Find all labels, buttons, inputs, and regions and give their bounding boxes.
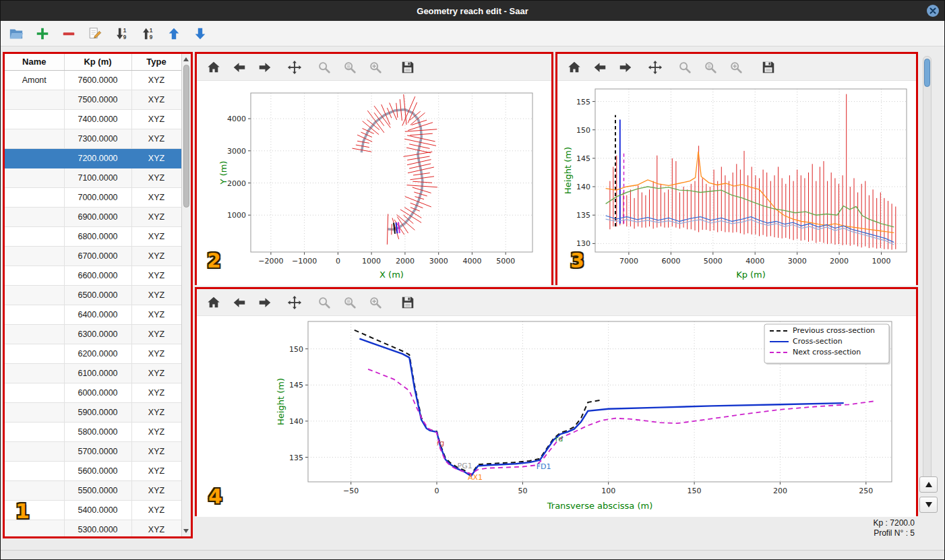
column-header-type: Type — [131, 54, 181, 70]
customize-button[interactable] — [365, 57, 386, 77]
svg-text:250: 250 — [859, 487, 873, 495]
subplots-button[interactable] — [340, 57, 360, 77]
save-button[interactable] — [758, 57, 779, 77]
table-cell: 6900.0000 — [64, 207, 131, 226]
home-button[interactable] — [204, 292, 224, 313]
move-up-button[interactable] — [165, 25, 183, 42]
table-cell: XYZ — [131, 187, 181, 207]
back-button[interactable] — [229, 57, 249, 77]
table-cell: XYZ — [131, 305, 181, 324]
subplots-button[interactable] — [340, 292, 360, 313]
sort-down-button[interactable]: 19 — [113, 25, 130, 42]
save-button[interactable] — [398, 292, 418, 313]
zoom-button[interactable] — [314, 57, 334, 77]
home-button[interactable] — [564, 57, 584, 77]
zoom-button[interactable] — [314, 292, 334, 313]
table-cell: 7400.0000 — [64, 109, 131, 129]
table-row[interactable]: Amont7600.0000XYZ — [5, 70, 181, 90]
table-cell: XYZ — [131, 324, 181, 344]
profiles-table: Name Kp (m) Type Amont7600.0000XYZ7500.0… — [5, 54, 181, 536]
table-scrollbar[interactable] — [181, 54, 191, 536]
table-cell: XYZ — [131, 383, 181, 402]
forward-button[interactable] — [255, 292, 275, 313]
open-button[interactable] — [7, 25, 25, 42]
table-row[interactable]: 6800.0000XYZ — [5, 226, 181, 246]
edit-button[interactable] — [86, 25, 104, 42]
svg-text:155: 155 — [576, 98, 590, 106]
add-button[interactable] — [34, 25, 51, 42]
table-row[interactable]: 6300.0000XYZ — [5, 324, 181, 344]
sort-down-icon: 19 — [114, 26, 129, 41]
table-scrollbar-thumb[interactable] — [183, 65, 189, 208]
table-row[interactable]: 5700.0000XYZ — [5, 441, 181, 461]
close-button[interactable] — [926, 4, 940, 18]
table-row[interactable]: 5900.0000XYZ — [5, 402, 181, 422]
svg-text:Transverse abscissa (m): Transverse abscissa (m) — [547, 501, 653, 511]
table-row[interactable]: 6900.0000XYZ — [5, 207, 181, 226]
remove-button[interactable] — [60, 25, 78, 42]
save-button[interactable] — [398, 57, 418, 77]
table-cell: XYZ — [131, 344, 181, 363]
table-cell — [5, 207, 64, 226]
svg-text:4000: 4000 — [227, 115, 246, 123]
table-row[interactable]: 5600.0000XYZ — [5, 461, 181, 480]
table-row[interactable]: 6400.0000XYZ — [5, 305, 181, 324]
table-row[interactable]: 7400.0000XYZ — [5, 109, 181, 129]
table-row[interactable]: 5500.0000XYZ — [5, 480, 181, 500]
svg-text:Y (m): Y (m) — [218, 161, 228, 185]
forward-button[interactable] — [615, 57, 636, 77]
table-row[interactable]: 6500.0000XYZ — [5, 285, 181, 305]
profile-up-button[interactable] — [919, 476, 938, 493]
svg-text:Height (m): Height (m) — [563, 147, 573, 194]
sort-up-button[interactable]: 19 — [139, 25, 156, 42]
save-icon — [400, 295, 415, 310]
vertical-scrollbar[interactable] — [923, 56, 932, 489]
table-row[interactable]: 6600.0000XYZ — [5, 266, 181, 285]
pan-button[interactable] — [645, 57, 665, 77]
zoom-icon — [317, 60, 332, 75]
back-button[interactable] — [590, 57, 610, 77]
remove-icon — [61, 26, 76, 41]
forward-button[interactable] — [255, 57, 275, 77]
zoom-button[interactable] — [675, 57, 695, 77]
profile-down-button[interactable] — [919, 497, 938, 513]
table-row[interactable]: 7100.0000XYZ — [5, 168, 181, 187]
table-row[interactable]: 6100.0000XYZ — [5, 363, 181, 383]
table-row[interactable]: 7000.0000XYZ — [5, 187, 181, 207]
cross-section-plot-canvas[interactable]: −50050100150200250135140145150rgPG1AX1FD… — [197, 316, 916, 517]
svg-text:6000: 6000 — [661, 257, 680, 266]
table-row[interactable]: 6000.0000XYZ — [5, 383, 181, 402]
table-row[interactable]: 6200.0000XYZ — [5, 344, 181, 363]
long-profile-plot-canvas[interactable]: 7000600050004000300020001000130135140145… — [557, 81, 916, 286]
table-row[interactable]: 7500.0000XYZ — [5, 90, 181, 109]
customize-button[interactable] — [365, 292, 386, 313]
pan-button[interactable] — [284, 292, 305, 313]
table-row[interactable]: 6700.0000XYZ — [5, 246, 181, 266]
table-row[interactable]: 5800.0000XYZ — [5, 422, 181, 441]
statusbar — [1, 550, 944, 559]
table-row[interactable]: 5300.0000XYZ — [5, 520, 181, 536]
back-button[interactable] — [229, 292, 249, 313]
cross-section-panel: −50050100150200250135140145150rgPG1AX1FD… — [195, 287, 918, 516]
titlebar[interactable]: Geometry reach edit - Saar — [1, 1, 944, 21]
scroll-up-icon[interactable] — [183, 57, 189, 61]
table-cell — [5, 285, 64, 305]
table-cell: 5800.0000 — [64, 422, 131, 441]
back-icon — [592, 60, 607, 75]
table-row[interactable]: 7300.0000XYZ — [5, 129, 181, 148]
table-row[interactable]: 5400.0000XYZ — [5, 500, 181, 520]
plan-plot-canvas[interactable]: −2000−1000010002000300040005000100020003… — [197, 81, 551, 286]
table-cell — [5, 520, 64, 536]
home-button[interactable] — [204, 57, 224, 77]
vertical-scrollbar-thumb[interactable] — [924, 59, 930, 87]
forward-icon — [257, 295, 272, 310]
svg-text:PG1: PG1 — [458, 462, 472, 470]
pan-button[interactable] — [284, 57, 305, 77]
move-down-button[interactable] — [191, 25, 209, 42]
customize-button[interactable] — [726, 57, 746, 77]
home-icon — [206, 295, 221, 310]
subplots-button[interactable] — [700, 57, 721, 77]
table-cell: 6500.0000 — [64, 285, 131, 305]
table-row[interactable]: 7200.0000XYZ — [5, 148, 181, 168]
scroll-down-icon[interactable] — [183, 529, 189, 533]
